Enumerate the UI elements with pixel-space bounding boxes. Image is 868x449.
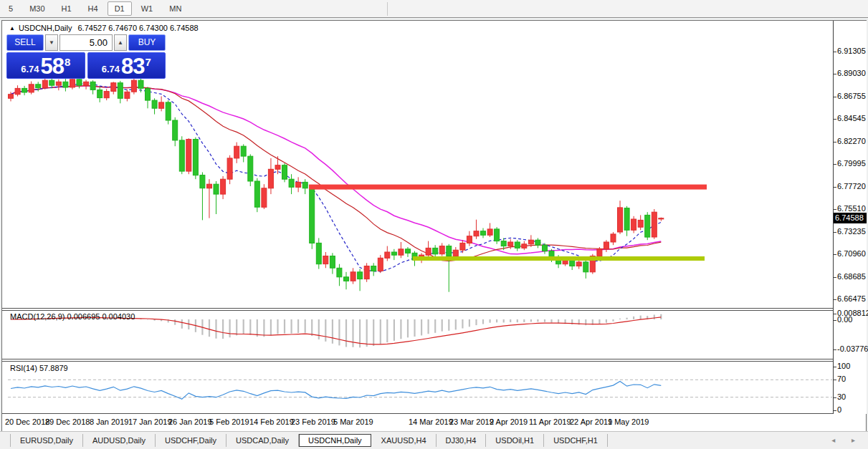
rsi-axis-label: 30: [837, 392, 846, 401]
sell-price-main: 58: [40, 55, 63, 77]
candle-down: [241, 146, 246, 156]
candle-down: [481, 231, 486, 236]
candle-up: [364, 266, 369, 279]
toolbar-divider: [387, 2, 388, 16]
candle-down: [535, 240, 540, 245]
candle-down: [391, 252, 396, 255]
chart-tab-usdchf-daily[interactable]: USDCHF,Daily: [156, 434, 226, 447]
support-line[interactable]: [413, 256, 705, 261]
candle-down: [214, 184, 219, 194]
candle-up: [508, 242, 513, 246]
chart-tab-dj30-h4[interactable]: DJ30,H4: [437, 434, 487, 447]
candle-up: [426, 248, 431, 255]
timeframe-button-m30[interactable]: M30: [22, 1, 52, 16]
candle-down: [36, 85, 41, 88]
price-axis-label: 6.66475: [837, 294, 866, 303]
date-label: 1 May 2019: [608, 417, 649, 426]
chart-tab-bar: EURUSD,DailyAUDUSD,DailyUSDCHF,DailyUSDC…: [0, 431, 868, 449]
volume-decrease-button[interactable]: ▼: [45, 34, 58, 51]
candle-up: [528, 240, 533, 244]
timeframe-button-h1[interactable]: H1: [54, 1, 79, 16]
candle-up: [618, 208, 623, 232]
candle-up: [29, 85, 34, 92]
candle-up: [474, 231, 479, 236]
rsi-panel[interactable]: [8, 362, 833, 413]
chart-tab-usdoil-h1[interactable]: USDOil,H1: [486, 434, 544, 447]
price-axis-label: 6.77720: [837, 182, 866, 190]
candle-down: [310, 188, 315, 243]
candle-up: [604, 242, 609, 249]
rsi-line: [11, 382, 661, 400]
candle-down: [200, 175, 205, 188]
chart-tab-xauusd-h4[interactable]: XAUUSD,H4: [372, 434, 437, 447]
candle-down: [152, 100, 157, 108]
candle-up: [125, 92, 130, 98]
timeframe-button-5[interactable]: 5: [1, 1, 20, 16]
candle-up: [350, 272, 356, 281]
candle-down: [344, 277, 349, 281]
rsi-axis-label: 70: [837, 375, 846, 383]
date-label: 23 Feb 2019: [291, 417, 335, 426]
timeframe-button-d1[interactable]: D1: [108, 1, 132, 16]
buy-price-prefix: 6.74: [102, 64, 120, 74]
candle-up: [385, 252, 390, 258]
candle-down: [371, 266, 376, 271]
candle-down: [90, 82, 95, 90]
candle-up: [268, 169, 273, 188]
timeframe-button-w1[interactable]: W1: [134, 1, 161, 16]
candle-up: [56, 82, 61, 85]
candle-down: [645, 215, 650, 237]
buy-button[interactable]: BUY: [128, 34, 166, 51]
moving-averages: [11, 84, 661, 271]
chart-tab-usdchf-h1[interactable]: USDCHF,H1: [544, 434, 608, 447]
chart-tab-usdcad-daily[interactable]: USDCAD,Daily: [226, 434, 299, 447]
buy-price-box[interactable]: 6.74 83 7: [87, 52, 166, 79]
candle-up: [70, 79, 75, 87]
candle-up: [652, 212, 657, 237]
candle-up: [9, 95, 14, 99]
candle-down: [77, 79, 82, 85]
candle-down: [337, 268, 342, 277]
chart-ohlc: 6.74527 6.74670 6.74300 6.74588: [77, 24, 198, 32]
candle-up: [234, 146, 239, 158]
candle-down: [166, 102, 171, 120]
rsi-indicator-label: RSI(14) 57.8879: [10, 364, 68, 372]
timeframe-button-mn[interactable]: MN: [162, 1, 189, 16]
tab-scroll-arrows[interactable]: ◂ ▸: [831, 436, 862, 444]
candle-down: [495, 229, 500, 241]
price-axis[interactable]: 6.913056.890306.867556.845456.822706.799…: [833, 21, 867, 414]
candle-down: [138, 80, 143, 88]
candle-down: [447, 246, 452, 256]
candle-up: [576, 262, 581, 266]
candle-up: [159, 102, 164, 108]
sell-button[interactable]: SELL: [6, 34, 44, 51]
macd-indicator-label: MACD(12,26,9) 0.006695 0.004030: [10, 312, 135, 321]
chart-title: ▲USDCNH,Daily6.74527 6.74670 6.74300 6.7…: [9, 24, 199, 32]
chart-tab-usdcnh-daily[interactable]: USDCNH,Daily: [299, 434, 371, 447]
collapse-arrow-icon[interactable]: ▲: [9, 25, 15, 32]
candle-up: [631, 219, 636, 230]
date-label: 22 Apr 2019: [570, 417, 612, 426]
resistance-line[interactable]: [309, 185, 707, 190]
sell-price-pip: 8: [65, 56, 70, 68]
chart-tab-eurusd-daily[interactable]: EURUSD,Daily: [10, 434, 83, 447]
candle-up: [522, 244, 527, 248]
chart-tab-audusd-daily[interactable]: AUDUSD,Daily: [83, 434, 156, 447]
date-label: 14 Feb 2019: [249, 417, 294, 426]
candle-down: [248, 156, 253, 181]
volume-input[interactable]: 5.00: [59, 34, 113, 51]
price-axis-label: 6.79995: [837, 159, 866, 168]
candle-up: [15, 88, 20, 94]
price-axis-label: 6.75510: [837, 204, 866, 213]
candle-down: [97, 90, 102, 98]
timeframe-button-h4[interactable]: H4: [81, 1, 105, 16]
price-axis-label: 6.89030: [837, 69, 866, 77]
price-axis-label: 6.84545: [837, 114, 866, 122]
sell-price-prefix: 6.74: [21, 64, 39, 74]
sell-price-box[interactable]: 6.74 58 8: [6, 52, 85, 79]
chart-symbol: USDCNH,Daily: [19, 24, 72, 32]
volume-increase-button[interactable]: ▲: [114, 34, 127, 51]
price-axis-label: 6.82270: [837, 137, 866, 145]
date-axis[interactable]: 20 Dec 201829 Dec 20188 Jan 201917 Jan 2…: [2, 415, 833, 430]
candle-down: [118, 83, 123, 99]
